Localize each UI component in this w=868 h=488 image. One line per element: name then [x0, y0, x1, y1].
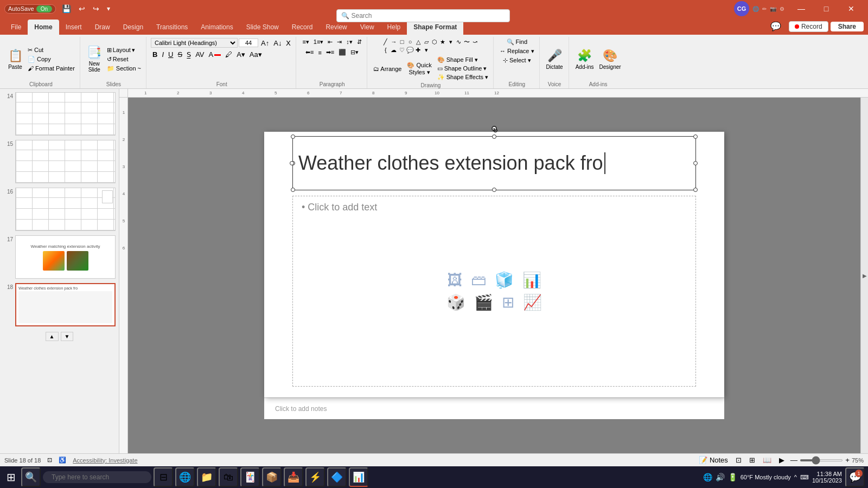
handle-top-right[interactable] — [693, 134, 698, 139]
insert-3d-icon[interactable]: 🧊 — [495, 271, 514, 289]
slide-image-18[interactable]: Weather clothes extension pack fro — [15, 283, 116, 326]
insert-video-icon[interactable]: 🎬 — [474, 293, 493, 311]
shape-line-icon[interactable]: ╱ — [382, 38, 390, 46]
slide-thumb-16[interactable]: 16 — [2, 187, 117, 232]
slide-thumb-14[interactable]: 14 — [2, 91, 117, 137]
handle-bottom-mid[interactable] — [492, 188, 496, 192]
content-textbox[interactable]: • Click to add text 🖼 🗃 🧊 📊 🎲 — [292, 196, 696, 387]
slide-image-17[interactable]: Weather matching extension activity — [15, 235, 116, 279]
volume-icon[interactable]: 🔊 — [716, 473, 725, 481]
autosave-toggle[interactable]: AutoSave On — [4, 4, 56, 14]
tab-draw[interactable]: Draw — [88, 20, 117, 35]
arrange-button[interactable]: 🗂 Arrange — [372, 56, 404, 81]
taskbar-solitaire-button[interactable]: 🃏 — [240, 467, 260, 487]
insert-picture-icon[interactable]: 🖼 — [447, 271, 462, 289]
align-right-button[interactable]: ➡≡ — [324, 48, 336, 56]
pen-icon[interactable]: ✏ — [762, 6, 767, 12]
left-connector[interactable] — [290, 161, 294, 165]
network-icon[interactable]: 🌐 — [703, 473, 712, 481]
shape-arrow-icon[interactable]: → — [390, 38, 398, 46]
align-center-button[interactable]: ≡ — [316, 49, 323, 56]
line-spacing-button[interactable]: ↕▾ — [344, 38, 354, 46]
bold-button[interactable]: B — [151, 50, 159, 59]
align-left-button[interactable]: ⬅≡ — [304, 48, 315, 56]
normal-view-button[interactable]: ⊡ — [734, 455, 743, 465]
shape-callout-icon[interactable]: 💬 — [406, 46, 414, 54]
tab-record[interactable]: Record — [285, 20, 320, 35]
slide-image-16[interactable] — [15, 188, 116, 231]
clear-format-button[interactable]: Ⅹ — [284, 38, 292, 48]
text-direction-button[interactable]: ⇵ — [355, 38, 363, 46]
slideshow-button[interactable]: ▶ — [777, 455, 786, 465]
keyboard-icon[interactable]: ⌨ — [800, 474, 809, 481]
shape-plus-icon[interactable]: ✚ — [414, 46, 422, 54]
handle-mid-right[interactable] — [693, 161, 698, 165]
slide-info-icon[interactable]: ⊡ — [47, 457, 52, 464]
shape-para-icon[interactable]: ▱ — [423, 38, 430, 46]
strikethrough-button[interactable]: S — [176, 50, 184, 59]
taskbar-edge-button[interactable]: 🌐 — [175, 467, 195, 487]
slide-sorter-button[interactable]: ⊞ — [748, 455, 757, 465]
battery-icon[interactable]: 🔋 — [728, 473, 737, 481]
shape-effects-button[interactable]: ✨ Shape Effects ▾ — [436, 73, 490, 81]
reading-view-button[interactable]: 📖 — [761, 455, 773, 465]
share-button[interactable]: Share — [831, 22, 864, 31]
shape-fill-button[interactable]: 🎨 Shape Fill ▾ — [436, 56, 490, 64]
quick-styles-button[interactable]: 🎨 QuickStyles ▾ — [405, 56, 433, 81]
handle-top-left[interactable] — [291, 134, 295, 139]
zoom-out-button[interactable]: — — [790, 456, 797, 464]
clock-date[interactable]: 11:38 AM 10/15/2023 — [812, 471, 842, 484]
insert-table-icon[interactable]: ⊞ — [502, 293, 514, 311]
justify-button[interactable]: ⬛ — [337, 48, 348, 56]
notifications-button[interactable]: 💬 1 — [845, 467, 865, 487]
user-avatar[interactable]: CG — [734, 1, 749, 16]
numbering-button[interactable]: 1≡▾ — [312, 38, 326, 46]
tab-slideshow[interactable]: Slide Show — [240, 20, 285, 35]
find-button[interactable]: 🔍 Find — [505, 38, 529, 46]
shape-rect-icon[interactable]: □ — [398, 38, 406, 46]
insert-stock-icon[interactable]: 🗃 — [471, 271, 486, 289]
text-highlight-button[interactable]: 🖊 — [224, 50, 234, 59]
designer-button[interactable]: 🎨 Designer — [597, 43, 623, 75]
shape-star-icon[interactable]: ★ — [439, 38, 446, 46]
font-color-2-button[interactable]: A▾ — [235, 50, 247, 59]
handle-bottom-left[interactable] — [291, 188, 295, 192]
shape-more2-icon[interactable]: ▾ — [423, 46, 430, 54]
italic-button[interactable]: I — [160, 50, 165, 59]
shadow-button[interactable]: S̲ — [185, 50, 193, 59]
shape-more-icon[interactable]: ▾ — [447, 38, 455, 46]
taskbar-search-button[interactable]: 🔍 — [21, 467, 41, 487]
handle-bottom-right[interactable] — [693, 188, 698, 192]
comments-button[interactable]: 💬 — [765, 20, 787, 33]
insert-model-icon[interactable]: 🎲 — [446, 293, 465, 311]
shape-cloud-icon[interactable]: ☁ — [390, 46, 398, 54]
tab-insert[interactable]: Insert — [59, 20, 88, 35]
increase-font-button[interactable]: A↑ — [259, 38, 271, 48]
new-slide-button[interactable]: 📑 NewSlide — [85, 43, 104, 75]
columns-button[interactable]: ⊟▾ — [349, 48, 360, 56]
shape-conn-icon[interactable]: ⤻ — [471, 38, 479, 46]
maximize-button[interactable]: □ — [814, 0, 839, 17]
paste-button[interactable]: 📋 Paste — [5, 43, 25, 75]
title-textbox[interactable]: ↻ Weather clothes extension pack fro — [292, 136, 696, 190]
copy-button[interactable]: 📄 Copy — [26, 55, 76, 63]
taskbar-search-input[interactable] — [43, 471, 151, 483]
handle-top-mid[interactable] — [492, 134, 496, 139]
tab-transitions[interactable]: Transitions — [150, 20, 194, 35]
accessibility-label[interactable]: Accessibility: Investigate — [73, 457, 137, 464]
addins-button[interactable]: 🧩 Add-ins — [573, 43, 596, 75]
taskbar-explorer-button[interactable]: 📁 — [197, 467, 216, 487]
cut-button[interactable]: ✂ Cut — [26, 46, 76, 54]
slide-image-15[interactable] — [15, 140, 116, 183]
taskbar-taskview-button[interactable]: ⊟ — [154, 467, 173, 487]
taskbar-amazon-button[interactable]: 📦 — [262, 467, 282, 487]
right-sidebar-toggle[interactable]: ▶ — [860, 98, 868, 453]
zoom-in-button[interactable]: + — [845, 456, 850, 464]
font-name-select[interactable]: Calibri Light (Headings) — [151, 38, 238, 48]
scroll-up-button[interactable]: ▲ — [46, 332, 59, 341]
minimize-button[interactable]: — — [789, 0, 814, 17]
notes-button[interactable]: 📝 Notes — [697, 455, 730, 465]
shape-outline-button[interactable]: ▭ Shape Outline ▾ — [436, 65, 490, 73]
underline-button[interactable]: U — [167, 50, 175, 59]
taskbar-store-button[interactable]: 🛍 — [219, 467, 238, 487]
